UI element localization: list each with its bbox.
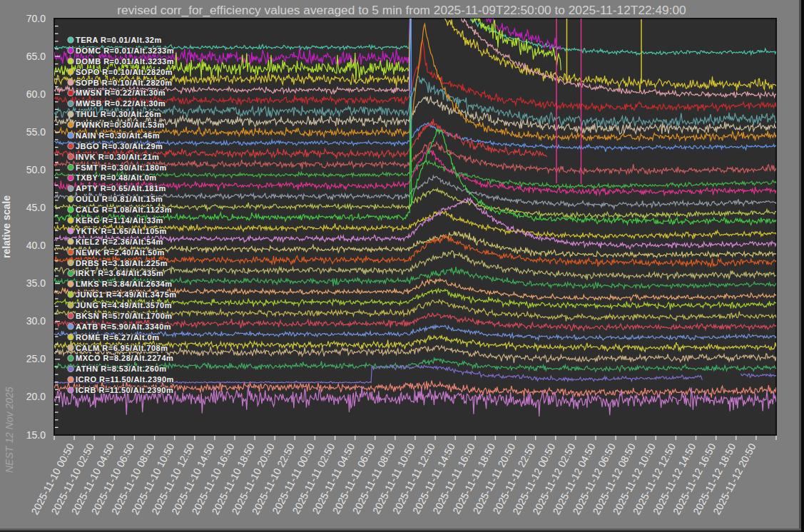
svg-text:TERA R=0.01/Alt.32m: TERA R=0.01/Alt.32m xyxy=(76,36,162,44)
svg-text:30.0: 30.0 xyxy=(26,315,46,327)
svg-text:LMKS R=3.84/Alt.2634m: LMKS R=3.84/Alt.2634m xyxy=(76,280,173,288)
svg-text:DOMC R=0.01/Alt.3233m: DOMC R=0.01/Alt.3233m xyxy=(76,46,174,55)
svg-text:NAIN R=0.30/Alt.46m: NAIN R=0.30/Alt.46m xyxy=(76,131,160,140)
svg-text:ATHN R=8.53/Alt.260m: ATHN R=8.53/Alt.260m xyxy=(76,364,166,373)
svg-text:KIEL2 R=2.36/Alt.54m: KIEL2 R=2.36/Alt.54m xyxy=(76,237,163,246)
svg-text:SOPB R=0.10/Alt.2820m: SOPB R=0.10/Alt.2820m xyxy=(76,78,173,87)
svg-text:relative scale: relative scale xyxy=(1,195,12,258)
svg-text:NEST 12 Nov 2025: NEST 12 Nov 2025 xyxy=(4,387,15,473)
svg-text:ROME R=6.27/Alt.0m: ROME R=6.27/Alt.0m xyxy=(76,333,160,342)
svg-text:INVK R=0.30/Alt.21m: INVK R=0.30/Alt.21m xyxy=(76,153,159,161)
svg-text:35.0: 35.0 xyxy=(26,277,46,289)
svg-text:45.0: 45.0 xyxy=(26,202,46,213)
svg-text:CALM R=6.95/Alt.708m: CALM R=6.95/Alt.708m xyxy=(76,344,168,352)
svg-text:25.0: 25.0 xyxy=(26,353,46,364)
svg-text:PWNK R=0.30/Alt.53m: PWNK R=0.30/Alt.53m xyxy=(76,121,165,129)
svg-text:OULU R=0.81/Alt.15m: OULU R=0.81/Alt.15m xyxy=(76,195,163,203)
svg-text:JBGO R=0.30/Alt.29m: JBGO R=0.30/Alt.29m xyxy=(76,142,163,150)
svg-text:YKTK R=1.65/Alt.105m: YKTK R=1.65/Alt.105m xyxy=(76,227,167,235)
svg-text:APTY R=0.65/Alt.181m: APTY R=0.65/Alt.181m xyxy=(76,184,166,193)
svg-text:20.0: 20.0 xyxy=(26,391,46,402)
svg-text:65.0: 65.0 xyxy=(26,51,46,62)
svg-text:IRKT R=3.64/Alt.435m: IRKT R=3.64/Alt.435m xyxy=(76,269,163,277)
svg-text:DRBS R=3.18/Alt.225m: DRBS R=3.18/Alt.225m xyxy=(76,259,168,267)
svg-text:MWSN R=0.22/Alt.30m: MWSN R=0.22/Alt.30m xyxy=(76,88,166,97)
svg-text:60.0: 60.0 xyxy=(26,88,46,100)
svg-text:MWSB R=0.22/Alt.30m: MWSB R=0.22/Alt.30m xyxy=(76,99,166,108)
svg-text:55.0: 55.0 xyxy=(26,126,46,138)
svg-text:SOPO R=0.10/Alt.2820m: SOPO R=0.10/Alt.2820m xyxy=(76,68,173,76)
svg-text:NEWK R=2.40/Alt.50m: NEWK R=2.40/Alt.50m xyxy=(76,248,165,257)
svg-text:70.0: 70.0 xyxy=(26,13,46,24)
svg-text:MXCO R=8.28/Alt.2274m: MXCO R=8.28/Alt.2274m xyxy=(76,354,173,362)
svg-text:THUL R=0.30/Alt.26m: THUL R=0.30/Alt.26m xyxy=(76,110,161,118)
svg-text:JUNG1 R=4.49/Alt.3475m: JUNG1 R=4.49/Alt.3475m xyxy=(76,290,177,299)
svg-text:FSMT R=0.30/Alt.180m: FSMT R=0.30/Alt.180m xyxy=(76,163,167,172)
svg-text:50.0: 50.0 xyxy=(26,164,46,175)
svg-text:ICRB R=11.50/Alt.2390m: ICRB R=11.50/Alt.2390m xyxy=(76,386,173,394)
svg-text:AATB R=5.90/Alt.3340m: AATB R=5.90/Alt.3340m xyxy=(76,322,171,331)
svg-text:TXBY R=0.48/Alt.0m: TXBY R=0.48/Alt.0m xyxy=(76,173,157,182)
svg-text:JUNG R=4.49/Alt.3570m: JUNG R=4.49/Alt.3570m xyxy=(76,301,172,310)
svg-text:DOMB R=0.01/Alt.3233m: DOMB R=0.01/Alt.3233m xyxy=(76,57,174,66)
svg-text:15.0: 15.0 xyxy=(26,429,46,441)
svg-text:KERG R=1.14/Alt.33m: KERG R=1.14/Alt.33m xyxy=(76,216,163,225)
svg-text:BKSN R=5.70/Alt.1700m: BKSN R=5.70/Alt.1700m xyxy=(76,312,173,320)
svg-text:CALG R=1.08/Alt.1123m: CALG R=1.08/Alt.1123m xyxy=(76,205,172,214)
svg-text:ICRO R=11.50/Alt.2390m: ICRO R=11.50/Alt.2390m xyxy=(76,375,174,384)
svg-text:40.0: 40.0 xyxy=(26,240,46,251)
svg-text:revised corr_for_efficiency va: revised corr_for_efficiency values avera… xyxy=(117,3,686,17)
